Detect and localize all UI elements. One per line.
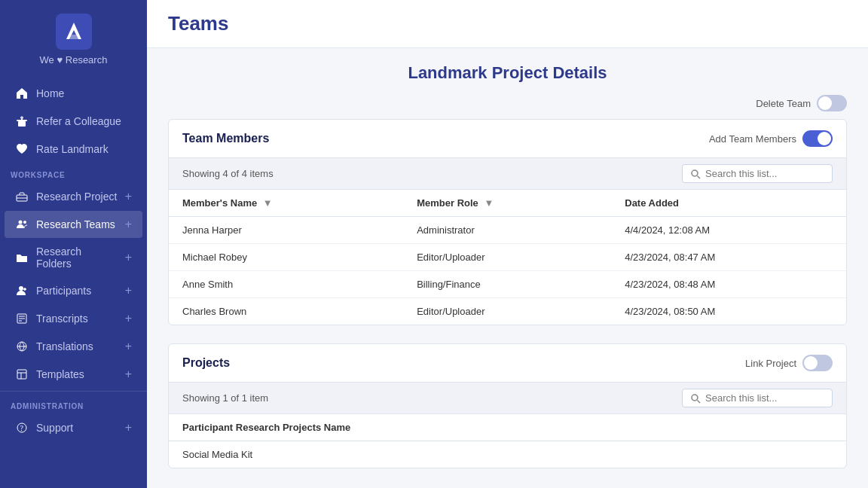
sidebar-item-translations[interactable]: Translations + <box>5 333 142 360</box>
members-search-box[interactable] <box>682 164 833 183</box>
users-icon <box>15 218 29 231</box>
table-row[interactable]: Social Media Kit <box>169 441 846 468</box>
template-icon <box>15 368 29 381</box>
svg-point-7 <box>23 221 26 224</box>
col-member-name[interactable]: Member's Name ▼ <box>169 190 403 217</box>
delete-team-row: Delete Team <box>168 95 847 119</box>
member-name-cell: Charles Brown <box>169 298 403 325</box>
projects-search-box[interactable] <box>682 389 833 407</box>
sidebar-label-templates: Templates <box>36 368 118 380</box>
research-folders-plus-icon[interactable]: + <box>125 251 132 264</box>
projects-search-icon <box>690 393 701 404</box>
svg-point-24 <box>692 395 698 401</box>
team-members-title: Team Members <box>182 132 269 145</box>
sidebar-label-refer: Refer a Colleague <box>36 115 132 127</box>
add-team-members-toggle[interactable] <box>802 130 833 147</box>
members-search-input[interactable] <box>705 168 824 179</box>
member-role-sort-icon: ▼ <box>484 197 494 209</box>
team-members-card: Team Members Add Team Members Showing 4 … <box>168 119 847 325</box>
projects-card: Projects Link Project Showing 1 of 1 ite… <box>168 343 847 468</box>
research-project-plus-icon[interactable]: + <box>125 190 132 203</box>
page-header: Teams <box>147 0 868 48</box>
logo-area: We ♥ Research <box>0 0 147 73</box>
projects-title: Projects <box>182 356 230 370</box>
projects-header: Projects Link Project <box>169 344 846 382</box>
projects-table-body: Social Media Kit <box>169 441 846 468</box>
members-table-body: Jenna Harper Administrator 4/4/2024, 12:… <box>169 217 846 325</box>
sidebar-label-home: Home <box>36 87 132 99</box>
projects-search-input[interactable] <box>705 392 824 404</box>
svg-point-22 <box>692 170 698 176</box>
table-row[interactable]: Charles Brown Editor/Uploader 4/23/2024,… <box>169 298 846 325</box>
sidebar-item-research-folders[interactable]: Research Folders + <box>5 239 142 276</box>
svg-line-23 <box>698 175 701 178</box>
sidebar-item-research-project[interactable]: Research Project + <box>5 183 142 210</box>
sidebar-item-home[interactable]: Home <box>5 80 142 107</box>
gift-icon <box>15 114 29 128</box>
sidebar-item-templates[interactable]: Templates + <box>5 361 142 388</box>
projects-table: Participant Research Projects Name Socia… <box>169 414 846 468</box>
col-date-added[interactable]: Date Added <box>611 190 846 217</box>
table-row[interactable]: Anne Smith Billing/Finance 4/23/2024, 08… <box>169 271 846 298</box>
page-title: Teams <box>168 12 847 35</box>
svg-point-6 <box>19 221 23 224</box>
link-project-control: Link Project <box>745 355 833 371</box>
home-icon <box>15 87 29 100</box>
transcripts-plus-icon[interactable]: + <box>125 312 132 325</box>
members-table-head: Member's Name ▼ Member Role ▼ Date Added <box>169 190 846 217</box>
svg-text:?: ? <box>20 424 24 432</box>
project-name-cell: Social Media Kit <box>169 441 846 468</box>
member-name-cell: Anne Smith <box>169 271 403 298</box>
templates-plus-icon[interactable]: + <box>125 368 132 381</box>
member-name-sort-icon: ▼ <box>263 197 273 209</box>
delete-team-toggle[interactable] <box>817 95 847 111</box>
question-icon: ? <box>15 421 29 435</box>
sidebar-item-participants[interactable]: Participants + <box>5 277 142 304</box>
main-content-area: Teams Landmark Project Details Delete Te… <box>147 0 868 488</box>
projects-count-label: Showing 1 of 1 item <box>182 392 268 404</box>
svg-point-8 <box>19 286 23 291</box>
svg-rect-17 <box>17 370 26 379</box>
svg-rect-3 <box>18 121 26 127</box>
edit-icon <box>15 312 29 325</box>
sidebar-label-translations: Translations <box>36 340 118 352</box>
members-table-toolbar: Showing 4 of 4 items <box>169 157 846 190</box>
sidebar-label-participants: Participants <box>36 285 118 297</box>
members-table: Member's Name ▼ Member Role ▼ Date Added <box>169 190 846 325</box>
logo-tagline: We ♥ Research <box>40 54 108 66</box>
globe-icon <box>15 340 29 353</box>
sidebar-item-research-teams[interactable]: Research Teams + <box>5 211 142 238</box>
member-role-cell: Editor/Uploader <box>403 244 611 271</box>
col-project-name[interactable]: Participant Research Projects Name <box>169 414 846 441</box>
folder-icon <box>15 251 29 264</box>
sidebar-item-support[interactable]: ? Support + <box>5 414 142 441</box>
add-team-members-control: Add Team Members <box>709 130 833 147</box>
workspace-section-label: WORKSPACE <box>0 163 147 182</box>
link-project-toggle[interactable] <box>802 355 833 371</box>
svg-rect-2 <box>17 120 27 121</box>
sidebar-item-rate[interactable]: Rate Landmark <box>5 136 142 163</box>
projects-table-head: Participant Research Projects Name <box>169 414 846 441</box>
delete-team-label: Delete Team <box>756 98 811 109</box>
member-date-cell: 4/23/2024, 08:47 AM <box>611 244 846 271</box>
sidebar-nav: Home Refer a Colleague Rate Landmark WOR… <box>0 73 147 488</box>
sidebar-label-transcripts: Transcripts <box>36 313 118 325</box>
sidebar: We ♥ Research Home Refer a Colleague Rat… <box>0 0 147 488</box>
member-role-cell: Administrator <box>403 217 611 244</box>
sidebar-item-refer[interactable]: Refer a Colleague <box>5 108 142 135</box>
member-role-cell: Billing/Finance <box>403 271 611 298</box>
member-date-cell: 4/4/2024, 12:08 AM <box>611 217 846 244</box>
translations-plus-icon[interactable]: + <box>125 340 132 353</box>
add-team-members-label: Add Team Members <box>709 133 796 145</box>
member-date-cell: 4/23/2024, 08:50 AM <box>611 298 846 325</box>
participants-plus-icon[interactable]: + <box>125 284 132 297</box>
logo-icon <box>56 14 92 50</box>
col-member-role[interactable]: Member Role ▼ <box>403 190 611 217</box>
briefcase-icon <box>15 190 29 203</box>
table-row[interactable]: Michael Robey Editor/Uploader 4/23/2024,… <box>169 244 846 271</box>
sidebar-item-transcripts[interactable]: Transcripts + <box>5 305 142 332</box>
member-date-cell: 4/23/2024, 08:48 AM <box>611 271 846 298</box>
table-row[interactable]: Jenna Harper Administrator 4/4/2024, 12:… <box>169 217 846 244</box>
research-teams-plus-icon[interactable]: + <box>125 218 132 231</box>
support-plus-icon[interactable]: + <box>125 421 132 435</box>
